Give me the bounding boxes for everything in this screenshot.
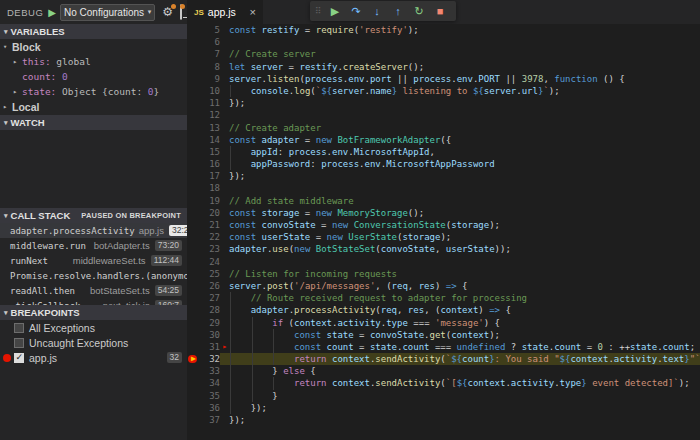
close-icon[interactable]: × xyxy=(250,6,256,18)
gutter-glyph-margin[interactable] xyxy=(187,158,199,170)
code-line-23: 23adapter.use(new BotStateSet(convoState… xyxy=(187,243,700,255)
line-number: 7 xyxy=(199,48,220,60)
drag-handle-icon[interactable]: ⠿ xyxy=(315,6,322,16)
line-content: console.log(`${server.name} listening to… xyxy=(220,85,700,97)
breakpoint-label: Uncaught Exceptions xyxy=(29,337,128,349)
line-content: }); xyxy=(220,402,700,414)
tab-appjs[interactable]: JS app.js × xyxy=(187,0,263,24)
line-number: 35 xyxy=(199,390,220,402)
gutter-glyph-margin[interactable] xyxy=(187,402,199,414)
gutter-glyph-margin[interactable] xyxy=(187,36,199,48)
line-number: 20 xyxy=(199,207,220,219)
gutter-glyph-margin[interactable] xyxy=(187,280,199,292)
callstack-frame[interactable]: middleware.runbotAdapter.ts73:20 xyxy=(0,238,187,253)
gutter-glyph-margin[interactable] xyxy=(187,73,199,85)
variable-row[interactable]: ▸Local xyxy=(0,99,187,114)
breakpoint-label: All Exceptions xyxy=(29,322,95,334)
line-number: 15 xyxy=(199,146,220,158)
callstack-frame[interactable]: adapter.processActivityapp.js32:28 xyxy=(0,223,187,238)
frame-file: middlewareSet.ts xyxy=(69,255,151,266)
step-out-button[interactable]: ↑ xyxy=(388,1,409,21)
frame-file: app.js xyxy=(135,225,169,236)
line-number: 24 xyxy=(199,256,220,268)
line-number: 21 xyxy=(199,219,220,231)
restart-button[interactable]: ↻ xyxy=(409,1,430,21)
gutter-glyph-margin[interactable] xyxy=(187,231,199,243)
gutter-glyph-margin[interactable] xyxy=(187,61,199,73)
gutter-glyph-margin[interactable]: ▶ xyxy=(187,353,199,365)
line-number: 8 xyxy=(199,61,220,73)
line-content: } else { xyxy=(220,365,700,377)
line-content: // Route received request to adapter for… xyxy=(220,292,700,304)
line-number: 6 xyxy=(199,36,220,48)
breakpoints-section-header[interactable]: ▾ BREAKPOINTS xyxy=(0,305,187,320)
gutter-glyph-margin[interactable] xyxy=(187,146,199,158)
indent-guide xyxy=(252,390,253,402)
gutter-glyph-margin[interactable] xyxy=(187,195,199,207)
breakpoint-row[interactable]: All Exceptions xyxy=(0,320,187,335)
gutter-glyph-margin[interactable] xyxy=(187,268,199,280)
variables-section-header[interactable]: ▾ VARIABLES xyxy=(0,24,187,39)
configuration-dropdown[interactable]: No Configurations ▾ xyxy=(60,4,155,21)
step-over-button[interactable]: ↷ xyxy=(346,1,367,21)
gutter-glyph-margin[interactable] xyxy=(187,170,199,182)
gutter-glyph-margin[interactable] xyxy=(187,182,199,194)
variable-row[interactable]: count: 0 xyxy=(0,69,187,84)
scope-name: Local xyxy=(12,101,39,113)
code-line-18: 18 xyxy=(187,182,700,194)
gear-icon[interactable]: ⚙ xyxy=(162,6,173,18)
indent-guide xyxy=(252,341,253,353)
gutter-glyph-margin[interactable] xyxy=(187,207,199,219)
gutter-glyph-margin[interactable] xyxy=(187,122,199,134)
gutter-glyph-margin[interactable] xyxy=(187,377,199,389)
line-number: 16 xyxy=(199,158,220,170)
gutter-glyph-margin[interactable] xyxy=(187,109,199,121)
code-line-10: 10 console.log(`${server.name} listening… xyxy=(187,85,700,97)
variable-row[interactable]: ▾Block xyxy=(0,39,187,54)
gutter-glyph-margin[interactable] xyxy=(187,256,199,268)
stop-button[interactable]: ■ xyxy=(430,1,451,21)
gutter-glyph-margin[interactable] xyxy=(187,365,199,377)
gutter-glyph-margin[interactable] xyxy=(187,48,199,60)
breakpoint-checkbox[interactable] xyxy=(14,338,24,348)
debug-console-icon[interactable] xyxy=(180,6,182,18)
step-into-button[interactable]: ↓ xyxy=(367,1,388,21)
callstack-frame[interactable]: Promise.resolve.handlers.(anonymous f xyxy=(0,268,187,283)
breakpoint-checkbox[interactable] xyxy=(14,353,24,363)
variable-row[interactable]: ▸state: Object {count: 0} xyxy=(0,84,187,99)
start-debug-icon[interactable]: ▶ xyxy=(48,7,56,18)
gutter-glyph-margin[interactable] xyxy=(187,24,199,36)
code-editor[interactable]: 5const restify = require('restify');67//… xyxy=(187,24,700,440)
callstack-frame[interactable]: _tickCallbacknext_tick.js160:7 xyxy=(0,298,187,305)
callstack-frame[interactable]: runNextmiddlewareSet.ts112:44 xyxy=(0,253,187,268)
line-number: 10 xyxy=(199,85,220,97)
line-number: 22 xyxy=(199,231,220,243)
gutter-glyph-margin[interactable] xyxy=(187,304,199,316)
gutter-glyph-margin[interactable] xyxy=(187,390,199,402)
line-content: adapter.use(new BotStateSet(convoState, … xyxy=(220,243,700,255)
line-number: 5 xyxy=(199,24,220,36)
breakpoint-checkbox[interactable] xyxy=(14,323,24,333)
gutter-glyph-margin[interactable] xyxy=(187,341,199,353)
callstack-section-header[interactable]: ▾ CALL STACK PAUSED ON BREAKPOINT xyxy=(0,208,187,223)
gutter-glyph-margin[interactable] xyxy=(187,134,199,146)
variable-row[interactable]: ▸this: global xyxy=(0,54,187,69)
code-line-33: 33 } else { xyxy=(187,365,700,377)
code-line-25: 25// Listen for incoming requests xyxy=(187,268,700,280)
watch-section-header[interactable]: ▾ WATCH xyxy=(0,115,187,130)
code-line-9: 9server.listen(process.env.port || proce… xyxy=(187,73,700,85)
debug-toolbar: ⠿ ▶↷↓↑↻■ xyxy=(310,1,456,21)
gutter-glyph-margin[interactable] xyxy=(187,292,199,304)
callstack-frame[interactable]: readAll.thenbotStateSet.ts54:25 xyxy=(0,283,187,298)
gutter-glyph-margin[interactable] xyxy=(187,85,199,97)
gutter-glyph-margin[interactable] xyxy=(187,414,199,426)
gutter-glyph-margin[interactable] xyxy=(187,97,199,109)
gutter-glyph-margin[interactable] xyxy=(187,329,199,341)
gutter-glyph-margin[interactable] xyxy=(187,243,199,255)
gutter-glyph-margin[interactable] xyxy=(187,317,199,329)
continue-button[interactable]: ▶ xyxy=(325,1,346,21)
breakpoint-row[interactable]: app.js32 xyxy=(0,350,187,365)
breakpoint-row[interactable]: Uncaught Exceptions xyxy=(0,335,187,350)
gutter-glyph-margin[interactable] xyxy=(187,219,199,231)
code-line-12: 12 xyxy=(187,109,700,121)
